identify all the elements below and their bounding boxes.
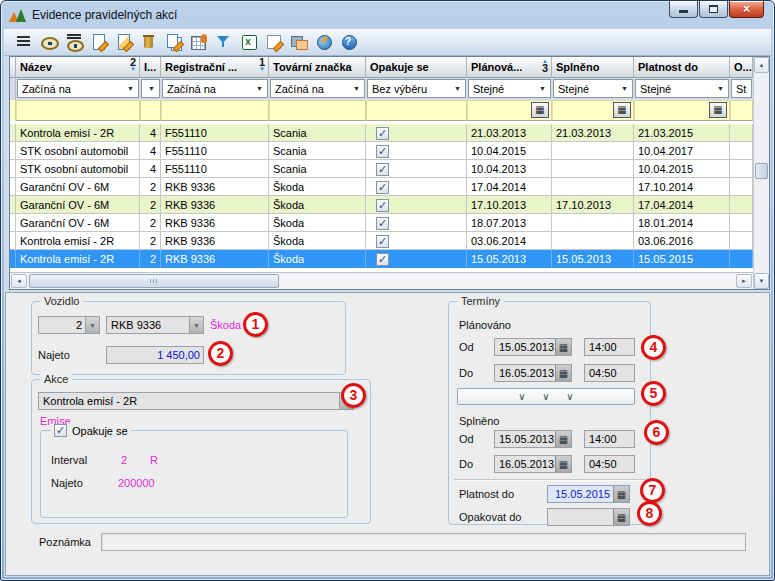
column-header-o[interactable]: O... — [730, 57, 753, 78]
chevron-down-icon[interactable]: ▼ — [189, 317, 203, 333]
vehicle-plate-field[interactable]: RKB 9336 ▼ — [106, 316, 204, 334]
column-header-opakuje[interactable]: Opakuje se — [366, 57, 467, 78]
column-header-znacka[interactable]: Tovární značka — [269, 57, 366, 78]
calendar-picker-icon[interactable]: ▦ — [613, 102, 631, 118]
print-button[interactable] — [286, 31, 311, 53]
calendar-icon[interactable]: ▦ — [613, 509, 629, 525]
filter-combo-platnost[interactable]: Stejné▼ — [635, 79, 729, 98]
checkbox-checked-icon[interactable]: ✓ — [54, 424, 67, 437]
chevron-down-icon[interactable]: ▼ — [85, 317, 99, 333]
table-row[interactable]: STK osobní automobil4F551110Scania✓10.04… — [10, 160, 753, 178]
plan-do-time-field[interactable]: 04:50 — [584, 364, 635, 382]
spln-do-time-field[interactable]: 04:50 — [584, 455, 635, 473]
plan-od-date-field[interactable]: 15.05.2013 ▦ — [494, 338, 572, 356]
filter-combo-o[interactable]: St — [731, 79, 752, 98]
vertical-scrollbar[interactable]: ▲ ▼ — [753, 57, 769, 289]
filter-cell-platnost: Stejné▼ — [634, 78, 730, 100]
checkbox-checked-icon[interactable]: ✓ — [376, 217, 389, 230]
scroll-up-button[interactable]: ▲ — [754, 57, 769, 73]
table-row[interactable]: Kontrola emisí - 2R4F551110Scania✓21.03.… — [10, 124, 753, 142]
filter-input-i[interactable] — [140, 100, 161, 121]
horizontal-scrollbar[interactable]: ◄ ► — [10, 272, 753, 289]
filter-button[interactable] — [211, 31, 236, 53]
table-row[interactable]: STK osobní automobil4F551110Scania✓10.04… — [10, 142, 753, 160]
checkbox-checked-icon[interactable]: ✓ — [376, 145, 389, 158]
export-excel-button[interactable] — [236, 31, 261, 53]
scroll-down-button[interactable]: ▼ — [754, 273, 769, 289]
checkbox-checked-icon[interactable]: ✓ — [376, 163, 389, 176]
copy-record-button[interactable] — [161, 31, 186, 53]
checkbox-checked-icon[interactable]: ✓ — [376, 127, 389, 140]
calendar-icon[interactable]: ▦ — [555, 456, 571, 472]
spln-do-date-field[interactable]: 16.05.2013 ▦ — [494, 455, 572, 473]
action-select-field[interactable]: Kontrola emisí - 2R ▼ — [38, 392, 354, 410]
spln-od-time-field[interactable]: 14:00 — [584, 430, 635, 448]
filter-combo-reg[interactable]: Začíná na▼ — [162, 79, 268, 98]
filter-input-splneno[interactable]: ▦ — [552, 100, 634, 121]
filter-input-plan[interactable]: ▦ — [467, 100, 552, 121]
calendar-icon[interactable]: ▦ — [555, 339, 571, 355]
calendar-icon[interactable]: ▦ — [613, 486, 629, 502]
scroll-right-button[interactable]: ► — [736, 274, 752, 288]
horizontal-scroll-thumb[interactable] — [29, 274, 279, 288]
filter-combo-i[interactable]: ▼ — [141, 79, 160, 98]
table-row[interactable]: Kontrola emisí - 2R2RKB 9336Škoda✓03.06.… — [10, 232, 753, 250]
filter-combo-splneno[interactable]: Stejné▼ — [553, 79, 633, 98]
filter-combo-plan[interactable]: Stejné▼ — [468, 79, 551, 98]
calendar-picker-icon[interactable]: ▦ — [709, 102, 727, 118]
column-header-splneno[interactable]: Splněno — [552, 57, 634, 78]
table-row[interactable]: Garanční OV - 6M2RKB 9336Škoda✓17.10.201… — [10, 196, 753, 214]
cell-opakuje: ✓ — [366, 232, 467, 250]
interval-value: 2 — [121, 451, 127, 469]
opakovat-do-field[interactable]: ▦ — [547, 508, 630, 526]
filter-input-nazev[interactable] — [16, 100, 140, 121]
checkbox-checked-icon[interactable]: ✓ — [376, 199, 389, 212]
view-eye-list-button[interactable] — [61, 31, 86, 53]
edit-record-button[interactable] — [111, 31, 136, 53]
column-header-reg[interactable]: Registrační ...1▼ — [161, 57, 269, 78]
checkbox-checked-icon[interactable]: ✓ — [376, 235, 389, 248]
table-row[interactable]: Kontrola emisí - 2R2RKB 9336Škoda✓15.05.… — [10, 250, 753, 268]
delete-record-button[interactable] — [136, 31, 161, 53]
filter-input-reg[interactable] — [161, 100, 269, 121]
view-list-button[interactable] — [11, 31, 36, 53]
table-row[interactable]: Garanční OV - 6M2RKB 9336Škoda✓17.04.201… — [10, 178, 753, 196]
poznamka-field[interactable] — [101, 533, 746, 551]
checkbox-checked-icon[interactable]: ✓ — [376, 181, 389, 194]
scheduler-button[interactable] — [311, 31, 336, 53]
filter-combo-nazev[interactable]: Začíná na▼ — [17, 79, 139, 98]
spln-od-date-field[interactable]: 15.05.2013 ▦ — [494, 430, 572, 448]
calendar-picker-icon[interactable]: ▦ — [531, 102, 549, 118]
filter-combo-znacka[interactable]: Začíná na▼ — [270, 79, 365, 98]
grid-settings-button[interactable] — [186, 31, 211, 53]
column-header-i[interactable]: I... — [140, 57, 161, 78]
scroll-left-button[interactable]: ◄ — [11, 274, 27, 288]
filter-input-platnost[interactable]: ▦ — [634, 100, 730, 121]
column-header-platnost[interactable]: Platnost do — [634, 57, 730, 78]
view-eye-button[interactable] — [36, 31, 61, 53]
filter-input-znacka[interactable] — [269, 100, 366, 121]
maximize-button[interactable] — [699, 1, 728, 18]
new-record-button[interactable] — [86, 31, 111, 53]
najeto-field[interactable]: 1 450,00 — [106, 346, 204, 364]
platnost-do-field[interactable]: 15.05.2015 ▦ — [547, 485, 630, 503]
vertical-scroll-thumb[interactable] — [755, 163, 768, 179]
column-header-plan[interactable]: Plánová...▲3 — [467, 57, 552, 78]
filter-input-o[interactable] — [730, 100, 753, 121]
column-header-nazev[interactable]: Název2▼ — [16, 57, 140, 78]
note-edit-button[interactable] — [261, 31, 286, 53]
copy-planned-to-done-button[interactable]: ∨ ∨ ∨ — [457, 388, 635, 405]
minimize-button[interactable] — [669, 1, 698, 18]
table-row[interactable]: Garanční OV - 6M2RKB 9336Škoda✓18.07.201… — [10, 214, 753, 232]
filter-input-opakuje[interactable] — [366, 100, 467, 121]
close-button[interactable]: × — [729, 1, 764, 18]
help-button[interactable] — [336, 31, 361, 53]
title-bar[interactable]: Evidence pravidelných akcí × — [1, 1, 774, 29]
calendar-icon[interactable]: ▦ — [555, 365, 571, 381]
checkbox-checked-icon[interactable]: ✓ — [376, 253, 389, 266]
vehicle-number-field[interactable]: 2 ▼ — [38, 316, 100, 334]
plan-do-date-field[interactable]: 16.05.2013 ▦ — [494, 364, 572, 382]
filter-combo-opakuje[interactable]: Bez výběru▼ — [367, 79, 466, 98]
plan-od-time-field[interactable]: 14:00 — [584, 338, 635, 356]
calendar-icon[interactable]: ▦ — [555, 431, 571, 447]
